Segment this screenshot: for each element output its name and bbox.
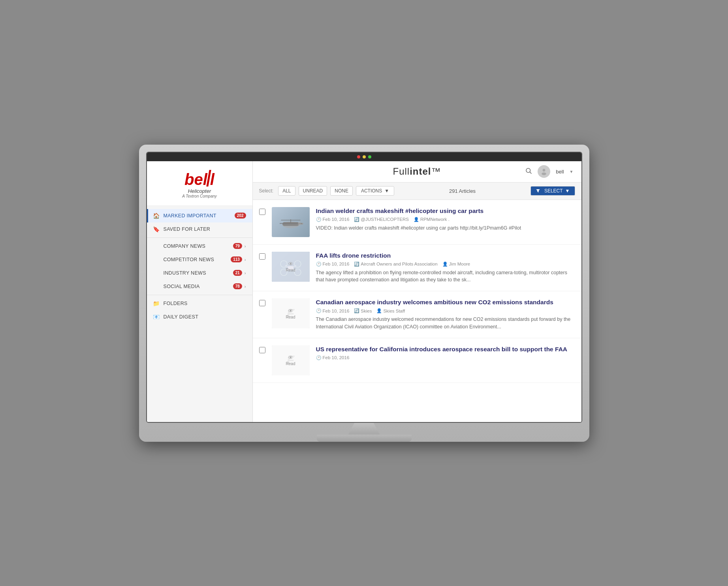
svg-point-0	[526, 168, 530, 173]
nav-label-folders: FOLDERS	[164, 301, 246, 306]
badge-competitor-news: 113	[231, 256, 242, 262]
articles-list[interactable]: Indian welder crafts makeshift #helicopt…	[253, 200, 581, 422]
read-overlay-4: 👁 Read	[272, 345, 310, 375]
article-title-4[interactable]: US representative for California introdu…	[316, 345, 575, 353]
actions-arrow: ▼	[384, 188, 389, 194]
industry-news-spacer	[153, 270, 160, 276]
sync-icon-2: 🔄	[354, 262, 359, 267]
article-date-2: 🕐 Feb 10, 2016	[316, 262, 350, 267]
article-thumb-2: 👁 Read	[272, 252, 310, 282]
sidebar: b e l l Helicopter A Textron Company	[147, 161, 253, 422]
eye-icon-3: 👁	[288, 308, 293, 314]
filter-label: SELECT	[544, 188, 563, 194]
sidebar-item-competitor-news[interactable]: COMPETITOR NEWS 113 ›	[147, 253, 252, 266]
article-title-1[interactable]: Indian welder crafts makeshift #helicopt…	[316, 207, 575, 215]
chevron-competitor-news: ›	[245, 257, 246, 262]
nav-label-competitor-news: COMPETITOR NEWS	[164, 257, 231, 262]
dot-red	[357, 155, 360, 158]
article-date-1: 🕐 Feb 10, 2016	[316, 217, 350, 222]
article-item-3: F 👁 Read Canadian aerospace industry wel…	[253, 291, 581, 338]
folder-icon: 📁	[153, 300, 160, 307]
article-content-4: US representative for California introdu…	[316, 345, 575, 363]
top-nav-right: bell ▼	[525, 165, 573, 178]
sidebar-item-saved-for-later[interactable]: 🔖 SAVED FOR LATER	[147, 222, 252, 236]
user-avatar	[538, 165, 550, 178]
actions-label: ACTIONS	[361, 188, 382, 194]
toolbar: Select: ALL UNREAD NONE ACTIONS ▼ 291 Ar…	[253, 183, 581, 200]
screen-top-bar	[147, 153, 581, 161]
article-title-2[interactable]: FAA lifts drone restriction	[316, 252, 575, 260]
clock-icon-1: 🕐	[316, 217, 322, 222]
article-source-3: 🔄 Skies	[354, 308, 372, 313]
article-checkbox-1[interactable]	[259, 209, 265, 215]
bookmark-icon: 🔖	[153, 226, 160, 232]
article-checkbox-4[interactable]	[259, 347, 265, 353]
article-author-1: 👤 RPMNetwork .	[414, 217, 450, 222]
filter-arrow: ▼	[565, 188, 570, 194]
logo-l2: l	[210, 171, 214, 187]
monitor-wrapper: b e l l Helicopter A Textron Company	[139, 145, 589, 442]
select-all-button[interactable]: ALL	[278, 186, 295, 196]
article-checkbox-2[interactable]	[259, 253, 265, 260]
chevron-company-news: ›	[245, 244, 246, 249]
eye-icon-2: 👁	[288, 261, 293, 267]
bell-logo-svg: b e l l	[184, 170, 214, 187]
search-button[interactable]	[525, 167, 532, 176]
main-content: Fullintel™	[253, 161, 581, 422]
article-meta-1: 🕐 Feb 10, 2016 🔄 @JUSTHELICOPTERS 👤	[316, 217, 575, 222]
logo-tagline: A Textron Company	[182, 194, 217, 198]
select-label: Select:	[259, 188, 274, 194]
articles-count: 291 Articles	[397, 188, 527, 194]
badge-industry-news: 21	[233, 270, 242, 276]
person-icon-2: 👤	[442, 262, 448, 267]
article-content-1: Indian welder crafts makeshift #helicopt…	[316, 207, 575, 232]
sidebar-item-social-media[interactable]: SOCIAL MEDIA 78 ›	[147, 280, 252, 293]
article-meta-4: 🕐 Feb 10, 2016	[316, 355, 575, 360]
article-date-3: 🕐 Feb 10, 2016	[316, 308, 350, 313]
chevron-industry-news: ›	[245, 271, 246, 275]
clock-icon-4: 🕐	[316, 355, 322, 360]
app-container: b e l l Helicopter A Textron Company	[147, 161, 581, 422]
read-overlay-2: 👁 Read	[272, 252, 310, 282]
sync-icon-3: 🔄	[354, 308, 359, 313]
sidebar-item-marked-important[interactable]: 🏠 MARKED IMPORTANT 202	[147, 209, 252, 222]
article-thumb-1	[272, 207, 310, 237]
sidebar-item-company-news[interactable]: COMPANY NEWS 79 ›	[147, 239, 252, 253]
top-navbar: Fullintel™	[253, 161, 581, 183]
nav-label-company-news: COMPANY NEWS	[164, 243, 233, 249]
select-none-button[interactable]: NONE	[330, 186, 353, 196]
filter-select-dropdown[interactable]: SELECT ▼	[530, 186, 575, 196]
eye-icon-4: 👁	[288, 354, 293, 361]
select-unread-button[interactable]: UNREAD	[299, 186, 327, 196]
brand-name: Fullintel™	[393, 166, 441, 177]
article-content-3: Canadian aerospace industry welcomes amb…	[316, 298, 575, 331]
stand-neck	[348, 423, 380, 435]
article-item-4: F 👁 Read US representative for Californi…	[253, 338, 581, 383]
article-author-3: 👤 Skies Staff	[376, 308, 405, 313]
user-dropdown-arrow[interactable]: ▼	[570, 170, 574, 174]
monitor-stand	[146, 423, 582, 442]
svg-point-2	[543, 169, 546, 171]
article-title-3[interactable]: Canadian aerospace industry welcomes amb…	[316, 298, 575, 306]
dot-yellow	[363, 155, 366, 158]
article-excerpt-1: VIDEO: Indian welder crafts makeshift #h…	[316, 224, 575, 232]
article-meta-3: 🕐 Feb 10, 2016 🔄 Skies 👤	[316, 308, 575, 313]
article-content-2: FAA lifts drone restriction 🕐 Feb 10, 20…	[316, 252, 575, 284]
nav-divider-2	[147, 295, 252, 295]
bell-logo: b e l l Helicopter A Textron Company	[182, 170, 217, 198]
home-icon: 🏠	[153, 213, 160, 219]
sidebar-item-industry-news[interactable]: INDUSTRY NEWS 21 ›	[147, 266, 252, 280]
nav-label-daily-digest: DAILY DIGEST	[164, 314, 246, 320]
article-meta-2: 🕐 Feb 10, 2016 🔄 Aircraft Owners and Pil…	[316, 262, 575, 267]
svg-line-1	[530, 172, 532, 173]
svg-marker-4	[536, 189, 540, 192]
actions-dropdown[interactable]: ACTIONS ▼	[356, 186, 394, 196]
article-item-1: Indian welder crafts makeshift #helicopt…	[253, 200, 581, 245]
nav-label-marked-important: MARKED IMPORTANT	[164, 213, 235, 219]
sidebar-item-daily-digest[interactable]: 📧 DAILY DIGEST	[147, 310, 252, 324]
company-news-spacer	[153, 243, 160, 249]
article-checkbox-3[interactable]	[259, 300, 265, 306]
logo-subtitle: Helicopter	[188, 188, 211, 194]
svg-point-11	[298, 221, 301, 225]
sidebar-item-folders[interactable]: 📁 FOLDERS	[147, 297, 252, 310]
